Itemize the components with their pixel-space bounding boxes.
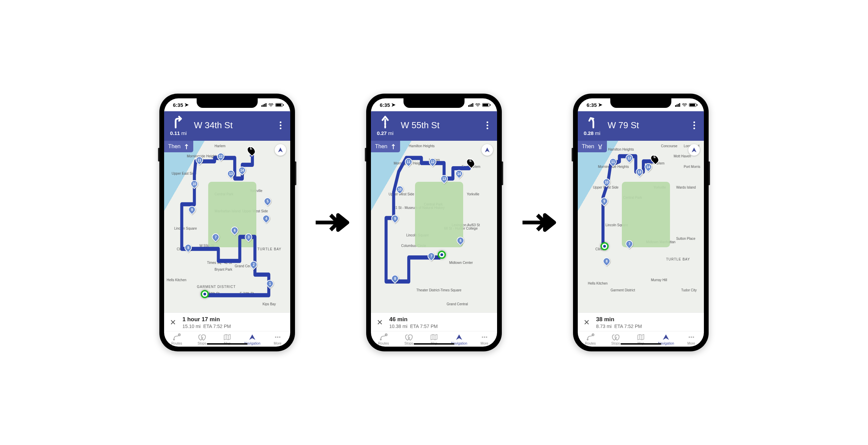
- tab-more[interactable]: More: [472, 333, 497, 345]
- maneuver-distance: 0.27 mi: [377, 130, 393, 136]
- current-position-icon: [600, 242, 609, 250]
- bear-left-icon: [585, 115, 599, 130]
- location-services-icon: ➤: [598, 102, 603, 108]
- trip-duration: 46 min: [389, 316, 438, 323]
- direction-banner[interactable]: 0.27 mi W 55th St: [371, 111, 497, 141]
- cell-signal-icon: [468, 103, 473, 107]
- straight-icon: [391, 143, 396, 150]
- cell-signal-icon: [675, 103, 680, 107]
- recenter-button[interactable]: [481, 144, 493, 156]
- tab-routes[interactable]: Routes: [164, 333, 189, 345]
- trip-distance-eta: 10.38 mi ETA 7:57 PM: [389, 324, 438, 329]
- trip-distance-eta: 15.10 mi ETA 7:52 PM: [182, 324, 231, 329]
- home-indicator[interactable]: [620, 343, 661, 345]
- notch: [610, 98, 671, 108]
- phone-frame: 6:35 ➤ 0.27 mi W 55th St: [366, 94, 502, 351]
- home-indicator[interactable]: [414, 343, 454, 345]
- close-button[interactable]: ✕: [169, 318, 177, 327]
- location-services-icon: ➤: [391, 102, 396, 108]
- trip-duration: 1 hour 17 min: [182, 316, 231, 323]
- notch: [197, 98, 258, 108]
- svg-point-14: [693, 336, 694, 338]
- cell-signal-icon: [261, 103, 267, 107]
- clock: 6:35: [173, 102, 183, 108]
- maneuver-distance: 0.11 mi: [170, 130, 186, 136]
- menu-button[interactable]: [689, 120, 699, 131]
- destination-pin-icon[interactable]: [467, 158, 474, 168]
- phone-frame: 6:35 ➤ 0.11 mi W 34th St: [159, 94, 295, 351]
- home-indicator[interactable]: [207, 343, 248, 345]
- wifi-icon: [268, 103, 274, 107]
- map-view[interactable]: Then Hamilton Heights Morningside Height…: [578, 141, 704, 312]
- svg-point-9: [486, 336, 487, 338]
- map-icon: [223, 333, 231, 341]
- then-instruction[interactable]: Then: [578, 141, 607, 152]
- stops-icon: [198, 333, 206, 341]
- screen: 6:35 ➤ 0.28 mi W 79 St: [578, 98, 704, 347]
- street-name: W 55th St: [399, 120, 477, 131]
- direction-banner[interactable]: 0.11 mi W 34th St: [164, 111, 290, 141]
- maneuver-distance: 0.28 mi: [584, 130, 600, 136]
- menu-button[interactable]: [275, 120, 285, 131]
- tab-routes[interactable]: Routes: [578, 333, 603, 345]
- route-line: [371, 141, 497, 312]
- close-button[interactable]: ✕: [583, 318, 591, 327]
- svg-point-2: [275, 336, 276, 338]
- location-services-icon: ➤: [184, 102, 189, 108]
- tab-more[interactable]: More: [679, 333, 704, 345]
- map-view[interactable]: Then Upper East Side Central Park Yorkvi…: [164, 141, 290, 312]
- svg-point-4: [279, 336, 280, 338]
- svg-point-7: [482, 336, 483, 338]
- navigation-icon: [248, 333, 256, 341]
- straight-icon: [184, 143, 189, 150]
- current-position-icon: [201, 290, 209, 298]
- street-name: W 34th St: [193, 120, 271, 131]
- svg-point-3: [277, 336, 278, 338]
- more-icon: [274, 333, 282, 341]
- then-instruction[interactable]: Then: [371, 141, 400, 152]
- menu-button[interactable]: [482, 120, 492, 131]
- wifi-icon: [475, 103, 480, 107]
- svg-point-13: [691, 336, 692, 338]
- svg-point-12: [689, 336, 690, 338]
- destination-pin-icon[interactable]: [248, 146, 255, 155]
- trip-distance-eta: 8.73 mi ETA 7:52 PM: [596, 324, 642, 329]
- svg-point-0: [173, 339, 175, 341]
- trip-duration: 38 min: [596, 316, 642, 323]
- battery-icon: [689, 103, 696, 107]
- sequence-arrow-icon: [519, 204, 556, 241]
- route-summary: ✕ 46 min 10.38 mi ETA 7:57 PM: [371, 312, 497, 331]
- screen: 6:35 ➤ 0.11 mi W 34th St: [164, 98, 290, 347]
- sequence-arrow-icon: [312, 204, 349, 241]
- close-button[interactable]: ✕: [376, 318, 384, 327]
- recenter-button[interactable]: [688, 144, 700, 156]
- route-summary: ✕ 38 min 8.73 mi ETA 7:52 PM: [578, 312, 704, 331]
- recenter-button[interactable]: [275, 144, 286, 156]
- route-line: [578, 141, 704, 312]
- route-summary: ✕ 1 hour 17 min 15.10 mi ETA 7:52 PM: [164, 312, 290, 331]
- direction-banner[interactable]: 0.28 mi W 79 St: [578, 111, 704, 141]
- then-instruction[interactable]: Then: [164, 141, 193, 152]
- routes-icon: [173, 333, 181, 341]
- screen: 6:35 ➤ 0.27 mi W 55th St: [371, 98, 497, 347]
- turn-right-icon: [171, 115, 186, 130]
- clock: 6:35: [380, 102, 390, 108]
- svg-point-5: [380, 339, 382, 341]
- map-view[interactable]: Then Hamilton Heights Morningside Height…: [371, 141, 497, 312]
- svg-point-8: [484, 336, 485, 338]
- clock: 6:35: [587, 102, 597, 108]
- svg-point-10: [587, 339, 589, 341]
- continue-straight-icon: [378, 115, 393, 130]
- current-position-icon: [438, 251, 446, 259]
- phone-frame: 6:35 ➤ 0.28 mi W 79 St: [573, 94, 709, 351]
- battery-icon: [482, 103, 490, 107]
- notch: [403, 98, 465, 108]
- merge-icon: [597, 143, 603, 150]
- street-name: W 79 St: [606, 120, 684, 131]
- tab-routes[interactable]: Routes: [371, 333, 396, 345]
- destination-pin-icon[interactable]: [651, 154, 658, 164]
- battery-icon: [275, 103, 283, 107]
- tab-more[interactable]: More: [265, 333, 290, 345]
- wifi-icon: [682, 103, 687, 107]
